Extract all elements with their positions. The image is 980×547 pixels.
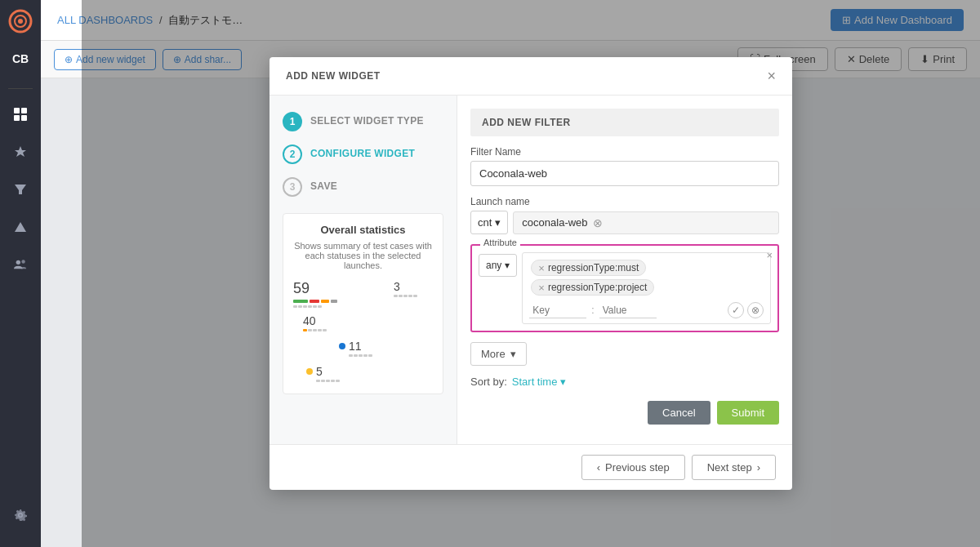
step-3-label: SAVE: [310, 177, 337, 192]
svg-rect-4: [21, 108, 27, 113]
settings-icon[interactable]: [6, 503, 35, 527]
attr-tag-1-remove[interactable]: ×: [538, 263, 545, 274]
step-1-item: 1 SELECT WIDGET TYPE: [283, 112, 443, 131]
next-step-button[interactable]: Next step ›: [692, 455, 776, 480]
widget-preview: Overall statistics Shows summary of test…: [283, 213, 443, 394]
modal-close-button[interactable]: ×: [767, 69, 776, 83]
cancel-filter-button[interactable]: Cancel: [648, 401, 710, 425]
modal-footer: ‹ Previous step Next step ›: [270, 444, 792, 490]
app-logo: [6, 7, 35, 36]
step-2-number: 2: [283, 145, 302, 164]
more-label: More: [481, 348, 506, 360]
launch-name-label: Launch name: [470, 196, 779, 207]
right-panel: ADD NEW FILTER Filter Name Launch name c…: [457, 96, 792, 444]
attr-tag-2-remove[interactable]: ×: [538, 282, 545, 293]
launch-tag-remove-button[interactable]: ⊗: [593, 216, 603, 229]
sort-chevron-icon: ▾: [560, 376, 566, 388]
submit-filter-button[interactable]: Submit: [717, 401, 779, 425]
launch-name-group: Launch name cnt ▾ coconala-web ⊗: [470, 196, 779, 234]
filter-icon[interactable]: [6, 177, 35, 202]
grid-icon[interactable]: [6, 102, 35, 127]
widget-preview-desc: Shows summary of test cases with each st…: [293, 241, 433, 270]
sort-label: Sort by:: [470, 376, 507, 388]
svg-rect-6: [21, 115, 27, 121]
filter-name-group: Filter Name: [470, 146, 779, 186]
attribute-label: Attribute: [480, 238, 520, 247]
svg-marker-7: [15, 185, 26, 194]
steps-panel: 1 SELECT WIDGET TYPE 2 CONFIGURE WIDGET …: [270, 96, 457, 444]
attr-key-input[interactable]: [529, 303, 586, 318]
filter-name-label: Filter Name: [470, 146, 779, 158]
attribute-inner: any ▾ × regressionType:must × r: [479, 252, 771, 324]
attr-value-input[interactable]: [599, 303, 657, 318]
launch-tag-value: coconala-web: [522, 216, 587, 229]
launch-type-dropdown[interactable]: cnt ▾: [470, 211, 508, 234]
attr-confirm-button[interactable]: ✓: [728, 302, 744, 318]
sort-value-dropdown[interactable]: Start time ▾: [512, 376, 567, 388]
modal-header: ADD NEW WIDGET ×: [270, 57, 792, 96]
more-button[interactable]: More ▾: [470, 342, 527, 366]
sidebar: CB: [0, 0, 41, 547]
user-initials: CB: [6, 49, 35, 69]
widget-stats-row2: 11: [293, 340, 433, 384]
attr-tag-2: × regressionType:project: [531, 279, 654, 296]
main-area: ALL DASHBOARDS / 自動テストモ… ⊞ Add New Dashb…: [41, 0, 980, 547]
pin-icon[interactable]: [6, 140, 35, 164]
prev-icon: ‹: [597, 461, 600, 474]
add-filter-header: ADD NEW FILTER: [470, 109, 779, 136]
attr-tag-1-value: regressionType:must: [548, 262, 639, 274]
modal-overlay: ADD NEW WIDGET × 1 SELECT WIDGET TYPE 2 …: [82, 0, 980, 547]
modal-title: ADD NEW WIDGET: [286, 70, 381, 82]
prev-label: Previous step: [605, 461, 670, 474]
step-3-item: 3 SAVE: [283, 177, 443, 197]
attr-tag-1: × regressionType:must: [531, 260, 646, 276]
step-2-item: 2 CONFIGURE WIDGET: [283, 145, 443, 164]
stat-59: 59: [293, 280, 337, 308]
widget-preview-title: Overall statistics: [293, 224, 433, 236]
svg-rect-3: [14, 108, 20, 113]
stat-5: 5: [306, 365, 345, 384]
svg-point-10: [21, 260, 24, 263]
stat-40: 40: [303, 314, 342, 333]
dropdown-chevron-icon: ▾: [495, 216, 501, 229]
step-2-label: CONFIGURE WIDGET: [310, 145, 415, 159]
more-chevron-icon: ▾: [510, 348, 516, 360]
step-1-label: SELECT WIDGET TYPE: [310, 112, 424, 127]
modal-body: 1 SELECT WIDGET TYPE 2 CONFIGURE WIDGET …: [270, 96, 792, 444]
plus-icon: ⊕: [65, 54, 73, 65]
launch-type-value: cnt: [478, 216, 492, 229]
sort-row: Sort by: Start time ▾: [470, 376, 779, 388]
attribute-tags-area: × regressionType:must × regressionType:p…: [522, 252, 771, 324]
launch-tag: coconala-web ⊗: [513, 211, 779, 234]
attr-tag-2-value: regressionType:project: [548, 282, 647, 293]
users-icon[interactable]: [6, 252, 35, 277]
sort-value-text: Start time: [512, 376, 558, 388]
any-dropdown[interactable]: any ▾: [479, 254, 517, 277]
previous-step-button[interactable]: ‹ Previous step: [581, 455, 685, 480]
sidebar-divider: [8, 88, 33, 89]
step-3-number: 3: [283, 177, 302, 197]
svg-rect-5: [14, 115, 20, 121]
next-label: Next step: [707, 461, 752, 474]
filter-actions: Cancel Submit: [470, 401, 779, 425]
widget-stats-area: 59: [293, 280, 433, 333]
sidebar-bottom: [6, 496, 35, 534]
chart-icon[interactable]: [6, 215, 35, 239]
step-1-number: 1: [283, 112, 302, 131]
add-widget-modal: ADD NEW WIDGET × 1 SELECT WIDGET TYPE 2 …: [270, 57, 792, 490]
attribute-close-button[interactable]: ×: [766, 249, 773, 261]
svg-point-2: [18, 19, 23, 24]
any-value: any: [486, 260, 501, 271]
attr-actions: ✓ ⊗: [728, 302, 764, 318]
next-icon: ›: [757, 461, 760, 474]
filter-name-input[interactable]: [470, 161, 779, 186]
stat-3: 3: [394, 280, 433, 308]
launch-row: cnt ▾ coconala-web ⊗: [470, 211, 779, 234]
svg-marker-8: [15, 222, 26, 232]
stat-11: 11: [339, 340, 378, 358]
attr-input-row: : ✓ ⊗: [529, 302, 764, 318]
any-chevron-icon: ▾: [505, 260, 510, 271]
attr-cancel-button[interactable]: ⊗: [747, 302, 764, 318]
attribute-box: Attribute × any ▾ × regressionType:must: [470, 244, 779, 332]
attr-colon: :: [591, 305, 594, 316]
